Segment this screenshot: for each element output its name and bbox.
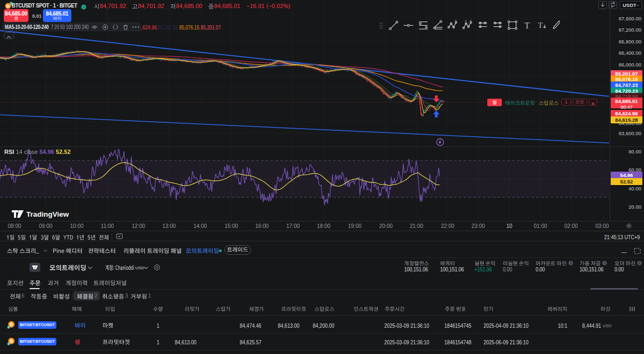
svg-text:i: i <box>570 261 572 265</box>
svg-text:B: B <box>10 322 13 327</box>
svg-text:T: T <box>524 20 530 31</box>
svg-text:i: i <box>604 261 605 265</box>
svg-text:i: i <box>639 261 640 265</box>
svg-text:A: A <box>465 19 467 23</box>
svg-text:B: B <box>10 338 13 344</box>
svg-text:T: T <box>538 21 543 30</box>
svg-text:C: C <box>470 19 472 23</box>
svg-text:TradingView: TradingView <box>26 210 69 218</box>
svg-text:S: S <box>455 19 457 23</box>
svg-text:B: B <box>6 4 10 9</box>
